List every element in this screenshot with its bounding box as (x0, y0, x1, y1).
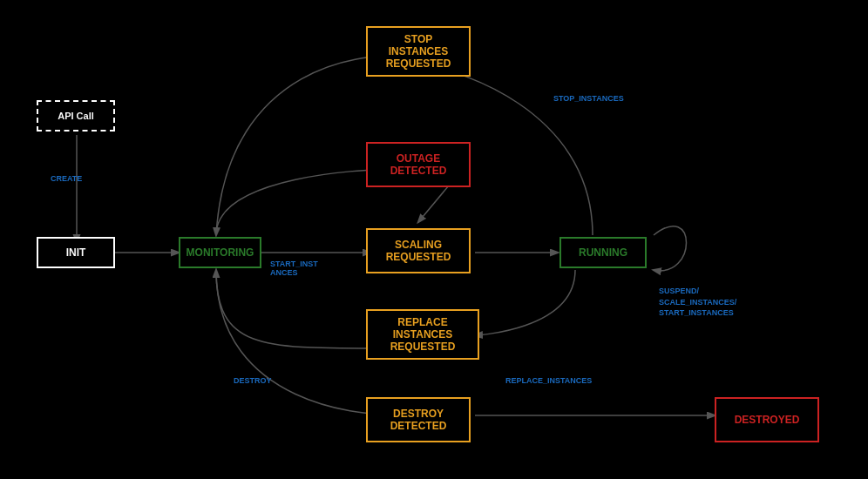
scaling-requested-node: SCALINGREQUESTED (366, 228, 471, 273)
diagram: API Call INIT MONITORING STOPINSTANCESRE… (0, 0, 868, 479)
create-label: CREATE (51, 174, 82, 183)
destroyed-node: DESTROYED (715, 397, 819, 442)
suspend-scale-start-label: SUSPEND/SCALE_INSTANCES/START_INSTANCES (659, 286, 736, 319)
outage-detected-node: OUTAGEDETECTED (366, 142, 471, 187)
start-instances-label: START_INSTANCES (270, 260, 318, 277)
stop-instances-label: STOP_INSTANCES (553, 94, 624, 103)
replace-instances-requested-node: REPLACEINSTANCESREQUESTED (366, 309, 479, 360)
running-node: RUNNING (559, 237, 647, 268)
stop-instances-requested-node: STOPINSTANCESREQUESTED (366, 26, 471, 77)
monitoring-node: MONITORING (179, 237, 261, 268)
replace-instances-label: REPLACE_INSTANCES (505, 376, 592, 385)
init-node: INIT (37, 237, 115, 268)
api-call-node: API Call (37, 100, 115, 132)
destroy-label: DESTROY (234, 376, 272, 385)
destroy-detected-node: DESTROYDETECTED (366, 397, 471, 442)
